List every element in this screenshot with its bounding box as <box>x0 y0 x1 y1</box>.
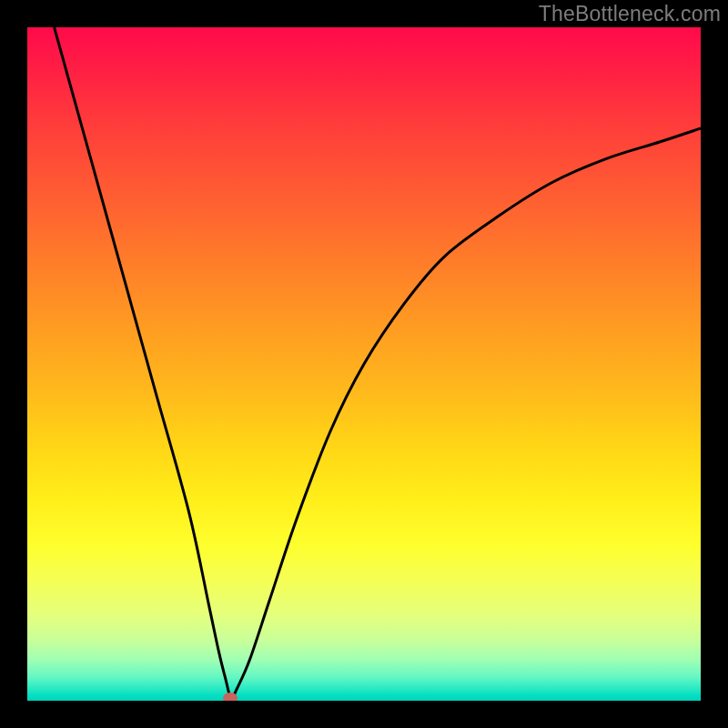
bottleneck-curve <box>55 27 701 697</box>
plot-area <box>27 27 701 701</box>
optimum-marker <box>223 693 238 701</box>
chart-container: TheBottleneck.com <box>0 0 728 728</box>
curve-svg <box>27 27 701 701</box>
watermark-text: TheBottleneck.com <box>539 2 721 26</box>
